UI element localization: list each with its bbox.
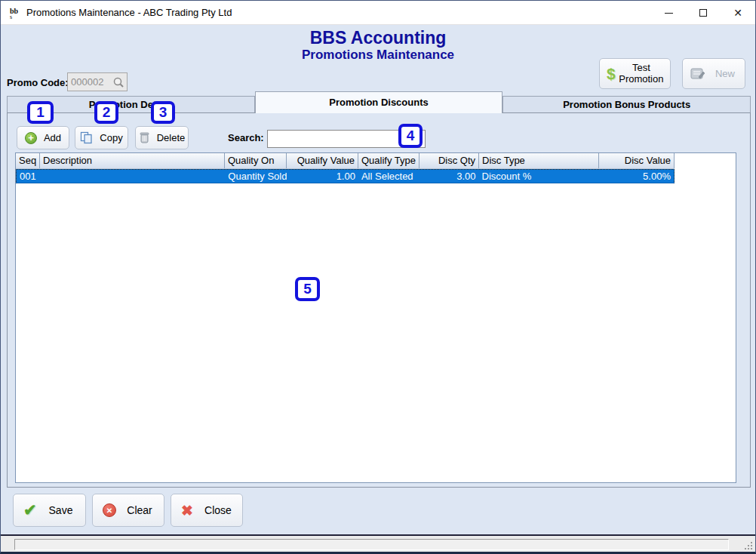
copy-button-label: Copy (100, 132, 122, 143)
status-message-panel (14, 539, 729, 550)
column-header-disc-value[interactable]: Disc Value (599, 153, 675, 168)
promo-code-input[interactable] (71, 74, 109, 90)
clear-button[interactable]: ✕ Clear (92, 494, 164, 527)
add-button-label: Add (44, 132, 61, 143)
column-header-disc-type[interactable]: Disc Type (479, 153, 599, 168)
table-header: Seq Description Quality On Qualify Value… (16, 153, 675, 169)
callout-3: 3 (151, 101, 175, 124)
promotion-discounts-panel: + Add Copy Delete Search: Se (7, 112, 751, 488)
lookup-icon[interactable] (112, 76, 124, 88)
test-promotion-button[interactable]: $ Test Promotion (599, 58, 671, 89)
app-window: bb s Promotions Maintenance - ABC Tradin… (0, 0, 756, 554)
delete-bin-icon (139, 131, 150, 144)
promo-code-field[interactable] (67, 72, 128, 91)
column-header-qualify-type[interactable]: Qualify Type (358, 153, 419, 168)
add-plus-icon: + (25, 132, 37, 144)
close-button[interactable]: ✖ Close (171, 494, 243, 527)
save-check-icon: ✔ (23, 501, 37, 519)
status-bar (1, 534, 755, 552)
close-x-icon: ✖ (181, 502, 193, 519)
column-header-qualify-value[interactable]: Qualify Value (287, 153, 358, 168)
column-header-description[interactable]: Description (40, 153, 225, 168)
clear-icon: ✕ (103, 503, 116, 517)
callout-1: 1 (27, 101, 54, 124)
save-button-label: Save (36, 494, 85, 526)
minimize-icon (665, 13, 673, 14)
callout-5: 5 (295, 277, 320, 301)
column-header-seq[interactable]: Seq (16, 153, 40, 168)
app-icon: bb s (8, 6, 23, 20)
close-window-icon: ✕ (733, 7, 742, 19)
cell-disc-qty: 3.00 (419, 170, 479, 183)
cell-description (41, 170, 225, 183)
minimize-button[interactable] (651, 1, 686, 25)
window-title: Promotions Maintenance - ABC Trading Pty… (26, 1, 232, 24)
cell-qualify-type: All Selected (358, 170, 419, 183)
svg-text:s: s (10, 14, 12, 20)
resize-grip-icon[interactable] (745, 542, 752, 549)
titlebar: bb s Promotions Maintenance - ABC Tradin… (1, 1, 755, 25)
copy-icon (80, 131, 93, 144)
maximize-button[interactable] (686, 1, 721, 25)
delete-button[interactable]: Delete (135, 126, 189, 149)
cell-qualify-value: 1.00 (287, 170, 358, 183)
cell-disc-value: 5.00% (598, 170, 674, 183)
search-label: Search: (228, 132, 264, 143)
save-button[interactable]: ✔ Save (13, 494, 86, 527)
page-title: BBS Accounting (1, 28, 755, 48)
maximize-icon (699, 9, 707, 17)
column-header-quality-on[interactable]: Quality On (225, 153, 287, 168)
test-promotion-label: Test Promotion (616, 63, 670, 85)
close-window-button[interactable]: ✕ (721, 1, 755, 25)
add-button[interactable]: + Add (17, 126, 69, 149)
new-form-icon (690, 68, 705, 80)
callout-2: 2 (94, 101, 118, 124)
new-button-label: New (705, 68, 745, 79)
close-button-label: Close (194, 494, 242, 526)
delete-button-label: Delete (157, 132, 186, 143)
new-button[interactable]: New (682, 58, 745, 89)
table-row-selected[interactable]: 001 Quantity Sold 1.00 All Selected 3.00… (16, 169, 675, 183)
column-header-disc-qty[interactable]: Disc Qty (419, 153, 479, 168)
cell-quality-on: Quantity Sold (225, 170, 287, 183)
cell-seq: 001 (17, 170, 41, 183)
dollar-icon: $ (607, 65, 616, 83)
copy-button[interactable]: Copy (75, 126, 128, 149)
clear-button-label: Clear (115, 494, 164, 526)
tab-promotion-bonus-products[interactable]: Promotion Bonus Products (502, 96, 751, 113)
callout-4: 4 (398, 124, 423, 148)
discounts-table: Seq Description Quality On Qualify Value… (15, 152, 736, 483)
promo-code-label: Promo Code: (7, 77, 69, 88)
tab-promotion-discounts[interactable]: Promotion Discounts (255, 91, 503, 113)
cell-disc-type: Discount % (479, 170, 599, 183)
